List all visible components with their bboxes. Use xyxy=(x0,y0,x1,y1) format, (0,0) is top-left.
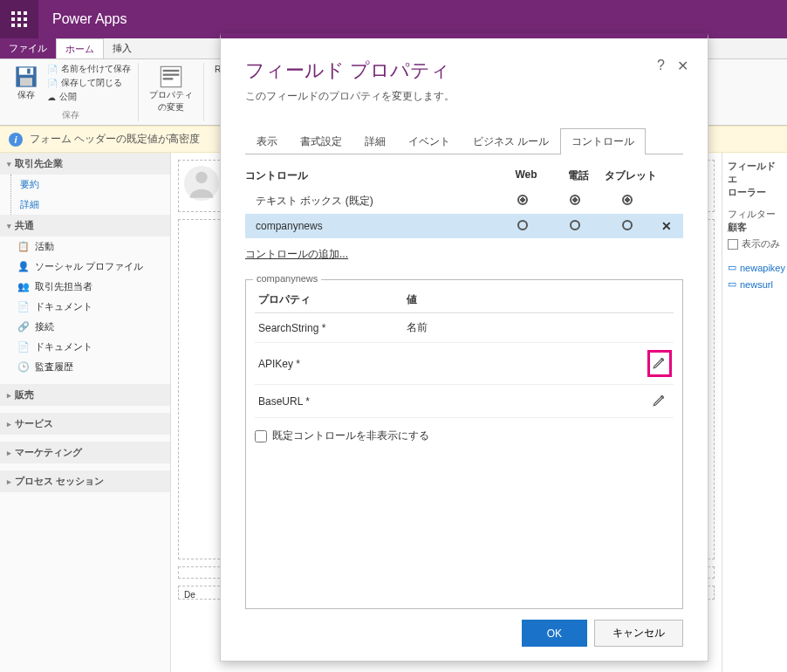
nav-item-summary[interactable]: 要約 xyxy=(11,175,170,195)
contacts-icon: 👥 xyxy=(17,281,30,293)
nav-item-connections[interactable]: 🔗接続 xyxy=(0,317,170,337)
save-label: 保存 xyxy=(17,89,35,101)
tab-home[interactable]: ホーム xyxy=(56,38,104,58)
radio-web-textbox[interactable] xyxy=(517,195,528,205)
nav-item-social[interactable]: 👤ソーシャル プロファイル xyxy=(0,257,170,277)
show-only-checkbox[interactable] xyxy=(728,239,738,250)
nav-item-activity[interactable]: 📋活動 xyxy=(0,237,170,257)
controls-table: コントロール Web 電話 タブレット テキスト ボックス (既定) compa… xyxy=(245,163,683,264)
radio-phone-textbox[interactable] xyxy=(570,195,580,205)
dialog-tabs: 表示 書式設定 詳細 イベント ビジネス ルール コントロール xyxy=(245,128,683,154)
svg-rect-16 xyxy=(163,78,174,79)
tab-format[interactable]: 書式設定 xyxy=(289,128,353,154)
control-row-textbox[interactable]: テキスト ボックス (既定) xyxy=(245,189,683,214)
properties-icon xyxy=(159,65,183,89)
tab-file[interactable]: ファイル xyxy=(0,38,56,58)
col-phone: 電話 xyxy=(552,168,605,183)
properties-box-legend: companynews xyxy=(253,273,321,284)
field-properties-dialog: ? ✕ フィールド プロパティ このフィールドのプロパティを変更します。 表示 … xyxy=(220,33,708,662)
tab-event[interactable]: イベント xyxy=(397,128,462,154)
svg-rect-3 xyxy=(11,17,15,21)
tab-detail[interactable]: 詳細 xyxy=(353,128,397,154)
properties-change-label: プロパティ の変更 xyxy=(149,89,193,113)
radio-phone-companynews[interactable] xyxy=(570,220,580,230)
waffle-icon xyxy=(11,11,27,27)
prop-row-apikey: APIKey * xyxy=(255,343,674,385)
history-icon: 🕒 xyxy=(17,361,30,374)
doc-icon: 📄 xyxy=(47,65,58,74)
doc-icon: 📄 xyxy=(47,79,58,88)
control-name: テキスト ボックス (既定) xyxy=(249,194,496,209)
svg-rect-4 xyxy=(17,17,21,21)
nav-item-docs[interactable]: 📄ドキュメント xyxy=(0,297,170,317)
field-explorer-header: フィールド エ ローラー xyxy=(728,160,782,199)
col-tablet: タブレット xyxy=(605,168,657,183)
filter-value: 顧客 xyxy=(728,222,747,232)
svg-rect-11 xyxy=(20,78,32,86)
info-icon: i xyxy=(9,133,23,147)
svg-rect-6 xyxy=(11,24,15,27)
cancel-button[interactable]: キャンセル xyxy=(594,620,683,647)
nav-section-common[interactable]: 共通 xyxy=(0,215,170,237)
help-button[interactable]: ? xyxy=(657,58,665,74)
field-item-newapikey[interactable]: ▭newapikey xyxy=(728,259,782,276)
prop-header-name: プロパティ xyxy=(258,292,407,307)
prop-header-value: 値 xyxy=(407,292,670,307)
section-de-label: De xyxy=(184,590,195,600)
control-row-companynews[interactable]: companynews ✕ xyxy=(245,214,683,238)
publish-button[interactable]: ☁公開 xyxy=(47,91,131,103)
svg-rect-12 xyxy=(27,69,30,74)
pencil-icon xyxy=(652,354,667,370)
profile-icon: 👤 xyxy=(17,261,30,273)
nav-section-marketing[interactable]: マーケティング xyxy=(0,442,170,463)
nav-item-detail[interactable]: 詳細 xyxy=(11,195,170,215)
document-icon: 📄 xyxy=(17,341,30,353)
nav-section-account[interactable]: 取引先企業 xyxy=(0,153,170,175)
edit-baseurl-button[interactable] xyxy=(652,392,667,410)
prop-name: SearchString * xyxy=(258,322,407,334)
hide-default-checkbox[interactable] xyxy=(255,430,267,442)
field-icon: ▭ xyxy=(728,278,736,290)
save-as-button[interactable]: 📄名前を付けて保存 xyxy=(47,63,131,75)
nav-section-process[interactable]: プロセス セッション xyxy=(0,470,170,492)
ribbon-group-save: 保存 📄名前を付けて保存 📄保存して閉じる ☁公開 保存 xyxy=(3,63,139,121)
nav-item-contacts[interactable]: 👥取引先担当者 xyxy=(0,277,170,297)
save-close-button[interactable]: 📄保存して閉じる xyxy=(47,77,131,89)
left-nav: 取引先企業 要約 詳細 共通 📋活動 👤ソーシャル プロファイル 👥取引先担当者… xyxy=(0,153,171,672)
svg-rect-15 xyxy=(163,74,180,76)
svg-rect-5 xyxy=(24,17,27,21)
person-icon xyxy=(184,166,219,201)
radio-web-companynews[interactable] xyxy=(517,220,528,230)
prop-value: 名前 xyxy=(407,320,649,335)
ok-button[interactable]: OK xyxy=(522,620,587,647)
remove-control-button[interactable]: ✕ xyxy=(654,219,680,233)
nav-item-docs2[interactable]: 📄ドキュメント xyxy=(0,337,170,357)
edit-apikey-button[interactable] xyxy=(647,350,672,377)
svg-rect-8 xyxy=(24,24,27,27)
tab-display[interactable]: 表示 xyxy=(245,128,289,154)
radio-tablet-companynews[interactable] xyxy=(622,220,633,230)
svg-rect-14 xyxy=(163,70,180,72)
dialog-footer: OK キャンセル xyxy=(245,620,683,647)
save-button[interactable]: 保存 xyxy=(10,63,42,103)
field-item-newsurl[interactable]: ▭newsurl xyxy=(728,276,782,292)
tab-control[interactable]: コントロール xyxy=(560,128,646,154)
nav-section-sales[interactable]: 販売 xyxy=(0,384,170,406)
svg-rect-10 xyxy=(19,68,33,75)
link-icon: 🔗 xyxy=(17,321,30,333)
nav-item-audit[interactable]: 🕒監査履歴 xyxy=(0,357,170,377)
nav-section-service[interactable]: サービス xyxy=(0,413,170,435)
info-text: フォーム ヘッダーの既定値が高密度 xyxy=(30,132,200,147)
tab-insert[interactable]: 挿入 xyxy=(104,38,140,58)
svg-rect-2 xyxy=(24,11,27,15)
properties-change-button[interactable]: プロパティ の変更 xyxy=(146,63,196,115)
svg-point-17 xyxy=(195,172,207,183)
avatar-placeholder xyxy=(184,166,219,201)
radio-tablet-textbox[interactable] xyxy=(622,195,633,205)
prop-row-searchstring: SearchString * 名前 xyxy=(255,313,674,343)
app-launcher-button[interactable] xyxy=(0,0,38,38)
add-control-link[interactable]: コントロールの追加... xyxy=(245,245,683,264)
close-button[interactable]: ✕ xyxy=(677,58,688,74)
ribbon-group-properties: プロパティ の変更 xyxy=(139,63,204,121)
tab-bizrule[interactable]: ビジネス ルール xyxy=(462,128,560,154)
